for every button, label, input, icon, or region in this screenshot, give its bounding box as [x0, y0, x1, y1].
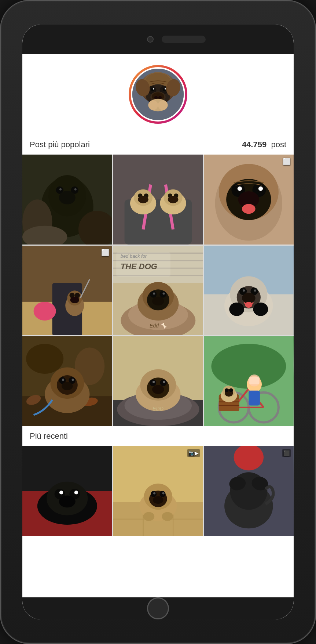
photo-p1 [22, 155, 112, 245]
svg-point-7 [163, 88, 166, 91]
svg-point-150 [59, 496, 76, 508]
popular-section-title: Post più popolari [30, 140, 90, 149]
media-icon-p4: ⬜ [101, 249, 109, 257]
svg-point-107 [72, 379, 74, 381]
svg-point-118 [153, 381, 155, 383]
camera-dot [147, 36, 154, 43]
svg-point-91 [229, 303, 245, 316]
photo-p6 [204, 246, 294, 336]
svg-point-38 [138, 196, 148, 203]
svg-point-12 [154, 96, 158, 99]
recent-section-title: Più recenti [30, 431, 68, 441]
svg-point-136 [225, 388, 228, 392]
svg-point-28 [59, 191, 76, 205]
svg-point-93 [245, 302, 252, 308]
phone-screen: Post più popolari 44.759 post [22, 25, 294, 619]
svg-point-165 [162, 512, 173, 521]
svg-point-95 [26, 344, 63, 374]
svg-point-57 [34, 302, 56, 321]
photo-p4 [22, 246, 112, 336]
svg-point-8 [153, 88, 154, 90]
recent-section-header: Più recenti [22, 426, 294, 446]
svg-point-162 [162, 492, 164, 494]
svg-point-27 [74, 188, 77, 191]
svg-point-89 [254, 289, 256, 292]
media-icon-p3: ⬜ [283, 158, 291, 166]
popular-section-count: 44.759 post [242, 140, 286, 149]
svg-point-20 [158, 100, 168, 110]
grid-cell-p4[interactable]: ⬜ [22, 246, 112, 336]
photo-p7 [22, 336, 112, 426]
svg-point-164 [143, 512, 154, 521]
recent-photo-grid: 📷▶ [22, 446, 294, 536]
svg-point-149 [74, 491, 78, 494]
home-button[interactable] [147, 597, 169, 619]
grid-cell-p2[interactable] [113, 155, 203, 245]
grid-cell-p8[interactable]: EDD [113, 336, 203, 426]
phone-top-bar [22, 25, 294, 54]
svg-point-43 [168, 196, 178, 203]
the-doc-text: bed back for THE DOG [121, 253, 157, 272]
svg-point-79 [152, 296, 164, 305]
grid-cell-p3[interactable]: ⬜ [204, 155, 294, 245]
phone-frame: Post più popolari 44.759 post [0, 0, 316, 644]
svg-point-148 [59, 491, 63, 494]
popular-section-header: Post più popolari 44.759 post [22, 135, 294, 155]
svg-text:EDD: EDD [153, 406, 163, 412]
svg-point-119 [163, 381, 165, 383]
popular-photo-grid: ⬜ [22, 155, 294, 426]
pug-face-image [132, 69, 184, 120]
grid-cell-r1[interactable] [22, 446, 112, 536]
svg-point-19 [148, 100, 158, 110]
grid-cell-r2[interactable]: 📷▶ [113, 446, 203, 536]
svg-point-78 [162, 292, 165, 294]
svg-point-137 [229, 388, 233, 392]
grid-cell-p6[interactable] [204, 246, 294, 336]
svg-point-92 [253, 303, 268, 316]
media-icon-r3: ⬛ [282, 449, 291, 457]
svg-point-88 [243, 289, 245, 292]
speaker-grille [162, 36, 206, 43]
photo-r1 [22, 446, 112, 536]
svg-point-163 [153, 496, 163, 504]
photo-r2 [113, 446, 203, 536]
photo-p2 [113, 155, 203, 245]
svg-point-13 [158, 96, 162, 99]
photo-p3 [204, 155, 294, 245]
svg-point-106 [62, 379, 64, 381]
grid-cell-p7[interactable] [22, 336, 112, 426]
photo-p9 [204, 336, 294, 426]
svg-point-9 [165, 88, 166, 90]
svg-point-90 [242, 293, 256, 303]
svg-point-26 [59, 188, 62, 191]
svg-point-53 [242, 204, 256, 214]
avatar [131, 67, 185, 122]
phone-bottom-bar [22, 597, 294, 619]
bed-label: Edd 🦴 [150, 323, 166, 329]
svg-point-62 [70, 296, 79, 303]
grid-cell-p9[interactable] [204, 336, 294, 426]
photo-r3 [204, 446, 294, 536]
svg-point-120 [152, 385, 164, 394]
app-content: Post più popolari 44.759 post [22, 54, 294, 597]
svg-point-51 [258, 187, 263, 191]
photo-p8: EDD [113, 336, 203, 426]
grid-cell-p5[interactable]: bed back for THE DOG Edd 🦴 [113, 246, 203, 336]
svg-point-108 [62, 382, 73, 390]
grid-cell-r3[interactable]: ⬛ [204, 446, 294, 536]
svg-rect-141 [250, 377, 260, 384]
svg-point-161 [153, 492, 155, 494]
svg-rect-139 [249, 391, 260, 406]
svg-point-50 [238, 187, 242, 191]
profile-avatar-ring[interactable] [129, 65, 187, 124]
grid-cell-p1[interactable] [22, 155, 112, 245]
media-icon-r2: 📷▶ [187, 449, 200, 457]
svg-point-6 [151, 88, 154, 91]
svg-point-77 [153, 292, 155, 294]
profile-header [22, 54, 294, 135]
